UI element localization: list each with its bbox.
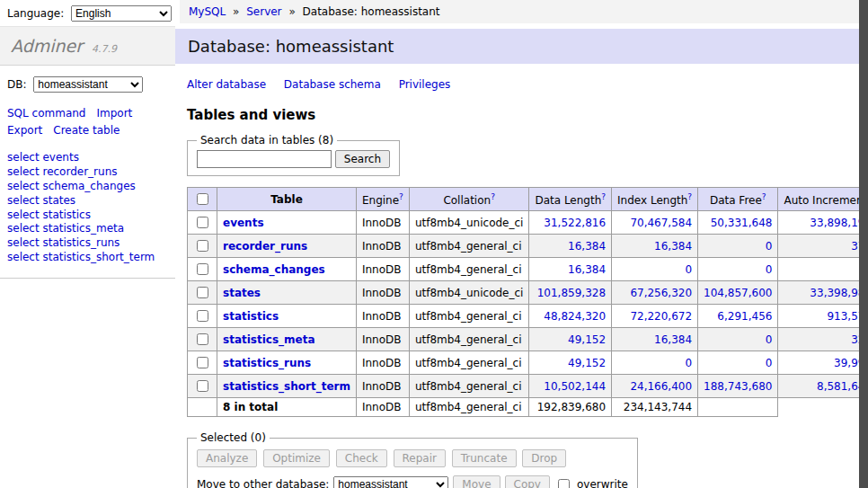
footer-collation-cell: utf8mb4_general_ci (409, 398, 529, 417)
table-name-link[interactable]: statistics (223, 310, 279, 323)
collation-cell: utf8mb4_general_ci (409, 351, 529, 375)
sidebar-links: SQL commandImport ExportCreate table (7, 105, 175, 138)
analyze-button[interactable]: Analyze (197, 449, 257, 467)
data-length-cell: 49,152 (529, 351, 612, 375)
truncate-button[interactable]: Truncate (452, 449, 517, 467)
overwrite-checkbox[interactable] (558, 479, 570, 488)
language-select[interactable]: English (71, 5, 172, 22)
data-length-link[interactable]: 16,384 (568, 240, 606, 253)
data-free-link[interactable]: 0 (766, 263, 773, 276)
index-length-cell: 0 (612, 351, 698, 375)
index-length-help-link[interactable]: ? (687, 192, 692, 201)
data-length-link[interactable]: 10,502,144 (544, 380, 606, 393)
row-checkbox[interactable] (197, 380, 208, 392)
table-head: Table Engine? Collation? Data Length? In… (188, 188, 868, 211)
sidebar-table-link-statistics[interactable]: select statistics (7, 209, 168, 223)
table-name-cell: events (217, 211, 357, 235)
data-length-link[interactable]: 49,152 (568, 357, 606, 369)
help-sup: ? (762, 191, 766, 201)
index-length-link[interactable]: 16,384 (654, 240, 692, 253)
sidebar-table-link-events[interactable]: select events (7, 151, 168, 165)
index-length-link[interactable]: 0 (685, 357, 692, 369)
data-length-link[interactable]: 48,824,320 (544, 310, 606, 323)
collation-cell: utf8mb4_general_ci (409, 258, 529, 281)
adminer-logo-text: Adminer (11, 36, 83, 56)
data-free-help-link[interactable]: ? (762, 192, 766, 201)
index-length-link[interactable]: 72,220,672 (630, 310, 692, 323)
check-button[interactable]: Check (336, 449, 387, 467)
data-free-link[interactable]: 0 (766, 333, 773, 346)
header-data-length-label: Data Length (535, 194, 601, 207)
move-button[interactable]: Move (453, 475, 500, 488)
table-name-link[interactable]: statistics_runs (223, 357, 311, 369)
data-length-link[interactable]: 49,152 (568, 333, 606, 346)
copy-button[interactable]: Copy (505, 475, 550, 488)
search-button[interactable]: Search (335, 150, 390, 168)
data-free-link[interactable]: 0 (766, 240, 773, 253)
index-length-link[interactable]: 70,467,584 (630, 217, 692, 229)
sidebar-table-link-statistics-short-term[interactable]: select statistics_short_term (7, 251, 168, 265)
database-schema-link[interactable]: Database schema (284, 78, 381, 91)
data-length-help-link[interactable]: ? (601, 192, 606, 201)
header-auto-increment-label: Auto Increment (784, 194, 867, 207)
sidebar-table-link-recorder-runs[interactable]: select recorder_runs (7, 165, 168, 180)
scrollbar-thumb[interactable] (859, 0, 868, 488)
breadcrumb-server-link[interactable]: Server (246, 5, 281, 18)
data-free-cell: 104,857,600 (698, 281, 778, 305)
table-name-link[interactable]: schema_changes (223, 263, 325, 276)
export-link[interactable]: Export (7, 124, 42, 137)
sidebar-table-link-schema-changes[interactable]: select schema_changes (7, 180, 168, 194)
table-name-link[interactable]: statistics_meta (223, 333, 315, 346)
data-length-cell: 31,522,816 (529, 211, 612, 235)
sql-command-link[interactable]: SQL command (7, 107, 85, 120)
data-length-link[interactable]: 101,859,328 (537, 287, 606, 299)
table-name-link[interactable]: statistics_short_term (223, 380, 350, 393)
db-select[interactable]: homeassistant (33, 76, 143, 93)
table-name-link[interactable]: states (223, 287, 261, 299)
row-checkbox[interactable] (197, 217, 208, 228)
data-free-link[interactable]: 104,857,600 (704, 287, 772, 299)
row-checkbox[interactable] (197, 287, 208, 298)
optimize-button[interactable]: Optimize (263, 449, 330, 467)
sidebar-table-link-statistics-runs[interactable]: select statistics_runs (7, 236, 168, 251)
engine-cell: InnoDB (356, 375, 409, 398)
repair-button[interactable]: Repair (394, 449, 446, 467)
table-row-schema-changes: schema_changes InnoDB utf8mb4_general_ci… (188, 258, 868, 281)
breadcrumb-mysql-link[interactable]: MySQL (189, 5, 226, 18)
index-length-link[interactable]: 67,256,320 (630, 287, 692, 299)
privileges-link[interactable]: Privileges (399, 78, 451, 91)
data-length-link[interactable]: 16,384 (568, 263, 606, 276)
header-data-free: Data Free? (698, 188, 778, 211)
data-free-link[interactable]: 188,743,680 (704, 380, 772, 393)
sidebar: Language: English Adminer 4.7.9 DB: home… (0, 0, 175, 488)
alter-database-link[interactable]: Alter database (187, 78, 266, 91)
drop-button[interactable]: Drop (522, 449, 566, 467)
table-name-link[interactable]: recorder_runs (223, 240, 307, 253)
index-length-link[interactable]: 24,166,400 (630, 380, 692, 393)
index-length-link[interactable]: 0 (685, 263, 692, 276)
import-link[interactable]: Import (96, 107, 132, 120)
row-checkbox[interactable] (197, 310, 208, 322)
row-checkbox[interactable] (197, 357, 208, 368)
create-table-link-sidebar[interactable]: Create table (53, 124, 120, 137)
index-length-link[interactable]: 16,384 (654, 333, 692, 346)
breadcrumb: MySQL » Server » Database: homeassistant (180, 0, 868, 23)
data-free-link[interactable]: 6,291,456 (717, 310, 772, 323)
check-all-checkbox[interactable] (197, 193, 208, 205)
data-free-link[interactable]: 50,331,648 (711, 217, 773, 229)
row-checkbox[interactable] (197, 240, 208, 252)
table-name-link[interactable]: events (223, 217, 264, 229)
sidebar-table-link-states[interactable]: select states (7, 194, 168, 209)
row-checkbox[interactable] (197, 263, 208, 275)
search-input[interactable] (197, 150, 332, 168)
data-length-link[interactable]: 31,522,816 (544, 217, 606, 229)
move-db-select[interactable]: homeassistant (333, 476, 448, 488)
engine-help-link[interactable]: ? (399, 192, 403, 201)
sidebar-table-link-statistics-meta[interactable]: select statistics_meta (7, 222, 168, 236)
collation-help-link[interactable]: ? (491, 192, 495, 201)
row-checkbox[interactable] (197, 333, 208, 345)
data-free-link[interactable]: 0 (766, 357, 773, 369)
adminer-logo: Adminer 4.7.9 (0, 26, 175, 66)
vertical-scrollbar[interactable] (859, 0, 868, 488)
help-sup: ? (491, 191, 495, 201)
